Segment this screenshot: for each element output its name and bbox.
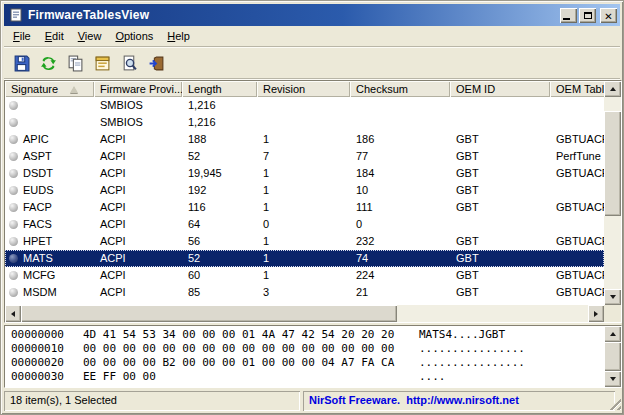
cell-checksum: 186 — [350, 131, 450, 148]
cell-text: FACS — [23, 216, 52, 233]
cell-signature: EUDS — [5, 182, 94, 199]
cell-text: 64 — [188, 218, 200, 230]
cell-revision: 0 — [257, 216, 350, 233]
vertical-scroll-thumb[interactable] — [604, 111, 621, 216]
arrow-right-icon — [594, 311, 601, 317]
cell-text: ACPI — [100, 286, 126, 298]
table-row-msdm[interactable]: MSDMACPI85321GBTGBTUACPI — [5, 284, 604, 301]
vertical-scrollbar[interactable] — [604, 81, 621, 305]
cell-text: GBTUACPI — [556, 201, 604, 213]
table-row-smbios-0[interactable]: SMBIOS1,216 — [5, 97, 604, 114]
hex-line-00000020: 0000002000 00 00 00 B2 00 00 00 01 00 00… — [11, 356, 621, 370]
refresh-icon — [40, 55, 57, 72]
table-row-dsdt[interactable]: DSDTACPI19,9451184GBTGBTUACPI — [5, 165, 604, 182]
scroll-left-button[interactable] — [5, 305, 21, 322]
cell-signature: DSDT — [5, 165, 94, 182]
cell-oem-id — [450, 114, 550, 131]
table-row-mats[interactable]: MATSACPI52174GBT — [5, 250, 604, 267]
cell-text: GBTUACPI — [556, 269, 604, 281]
hex-vertical-scrollbar[interactable] — [604, 326, 621, 387]
sort-ascending-icon — [70, 86, 78, 93]
column-header-length[interactable]: Length — [182, 81, 257, 97]
menu-item-options[interactable]: Options — [108, 27, 160, 45]
menu-item-edit[interactable]: Edit — [38, 27, 71, 45]
cell-oem-id: GBT — [450, 284, 550, 301]
maximize-button[interactable] — [579, 8, 596, 23]
table-row-mcfg[interactable]: MCFGACPI601224GBTGBTUACPI — [5, 267, 604, 284]
menu-item-view[interactable]: View — [71, 27, 109, 45]
column-header-oem-id[interactable]: OEM ID — [450, 81, 550, 97]
cell-revision: 7 — [257, 148, 350, 165]
cell-text: 10 — [356, 184, 368, 196]
table-item-icon — [9, 288, 18, 297]
cell-revision: 1 — [257, 199, 350, 216]
scroll-up-button[interactable] — [604, 81, 621, 97]
cell-text: GBTUACPI — [556, 286, 604, 298]
hex-bytes: 4D 41 54 53 34 00 00 00 01 4A 47 42 54 2… — [83, 328, 395, 342]
column-header-revision[interactable]: Revision — [257, 81, 350, 97]
cell-firmware-provi: ACPI — [94, 250, 182, 267]
table-row-hpet[interactable]: HPETACPI561232GBTGBTUACPI — [5, 233, 604, 250]
scroll-down-button[interactable] — [604, 289, 621, 305]
cell-revision — [257, 97, 350, 114]
hex-viewer[interactable]: 000000004D 41 54 53 34 00 00 00 01 4A 47… — [4, 325, 622, 388]
hex-ascii: ................ — [419, 342, 525, 356]
table-row-apic[interactable]: APICACPI1881186GBTGBTUACPI — [5, 131, 604, 148]
menu-item-help[interactable]: Help — [160, 27, 197, 45]
hex-scroll-down-button[interactable] — [604, 371, 621, 387]
cell-length: 188 — [182, 131, 257, 148]
cell-oem-id: GBT — [450, 199, 550, 216]
horizontal-scrollbar[interactable] — [5, 305, 604, 322]
cell-text: ACPI — [100, 167, 126, 179]
cell-text: ACPI — [100, 184, 126, 196]
save-button[interactable] — [11, 53, 32, 74]
table-row-smbios-1[interactable]: SMBIOS1,216 — [5, 114, 604, 131]
cell-length: 64 — [182, 216, 257, 233]
firmware-tables-list: SignatureFirmware Provi...LengthRevision… — [4, 80, 622, 323]
hex-scroll-thumb[interactable] — [604, 342, 621, 371]
column-header-checksum[interactable]: Checksum — [350, 81, 450, 97]
copy-button[interactable] — [65, 53, 86, 74]
properties-button[interactable] — [92, 53, 113, 74]
cell-text: 1,216 — [188, 99, 216, 111]
cell-firmware-provi: ACPI — [94, 182, 182, 199]
minimize-button[interactable] — [560, 8, 577, 23]
hex-ascii: .... — [419, 370, 446, 384]
hex-scroll-up-button[interactable] — [604, 326, 621, 342]
app-icon — [8, 8, 23, 23]
table-item-icon — [9, 186, 18, 195]
table-row-aspt[interactable]: ASPTACPI52777GBTPerfTune — [5, 148, 604, 165]
cell-text: 52 — [188, 252, 200, 264]
cell-signature — [5, 97, 94, 114]
table-item-icon — [9, 254, 18, 263]
list-header: SignatureFirmware Provi...LengthRevision… — [5, 81, 621, 97]
close-button[interactable] — [600, 8, 617, 23]
cell-text: 19,945 — [188, 167, 222, 179]
window-title: FirmwareTablesView — [28, 8, 149, 22]
exit-button[interactable] — [146, 53, 167, 74]
column-header-firmware-provi[interactable]: Firmware Provi... — [94, 81, 182, 97]
cell-text: GBTUACPI — [556, 235, 604, 247]
cell-firmware-provi: ACPI — [94, 216, 182, 233]
scroll-right-button[interactable] — [588, 305, 604, 322]
refresh-button[interactable] — [38, 53, 59, 74]
cell-firmware-provi: ACPI — [94, 284, 182, 301]
table-row-facs[interactable]: FACSACPI6400 — [5, 216, 604, 233]
status-nirsoft-link[interactable]: NirSoft Freeware. http://www.nirsoft.net — [303, 391, 615, 411]
table-row-facp[interactable]: FACPACPI1161111GBTGBTUACPI — [5, 199, 604, 216]
table-row-euds[interactable]: EUDSACPI192110GBT — [5, 182, 604, 199]
cell-text: ACPI — [100, 201, 126, 213]
cell-text: ACPI — [100, 133, 126, 145]
horizontal-scroll-thumb[interactable] — [21, 305, 397, 322]
cell-oem-table: GBTUACPI — [550, 284, 604, 301]
cell-checksum: 21 — [350, 284, 450, 301]
find-button[interactable] — [119, 53, 140, 74]
menu-item-file[interactable]: File — [6, 27, 38, 45]
save-icon — [13, 55, 30, 72]
cell-checksum: 10 — [350, 182, 450, 199]
cell-length: 52 — [182, 148, 257, 165]
cell-length: 56 — [182, 233, 257, 250]
column-header-signature[interactable]: Signature — [5, 81, 94, 97]
table-item-icon — [9, 203, 18, 212]
table-item-icon — [9, 118, 18, 127]
